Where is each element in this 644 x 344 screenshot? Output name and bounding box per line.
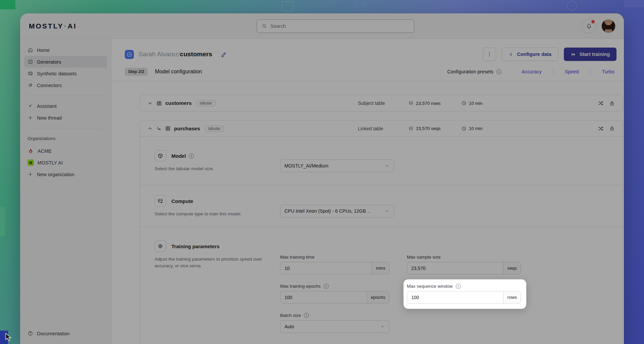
mouse-cursor [5, 333, 13, 342]
info-icon[interactable] [456, 284, 461, 289]
walkthrough-dim-overlay[interactable] [0, 0, 644, 344]
max-sequence-window-input[interactable] [407, 291, 503, 303]
unit-label: rows [503, 291, 521, 303]
max-sequence-window-spotlight: Max sequence window rows [404, 279, 526, 309]
